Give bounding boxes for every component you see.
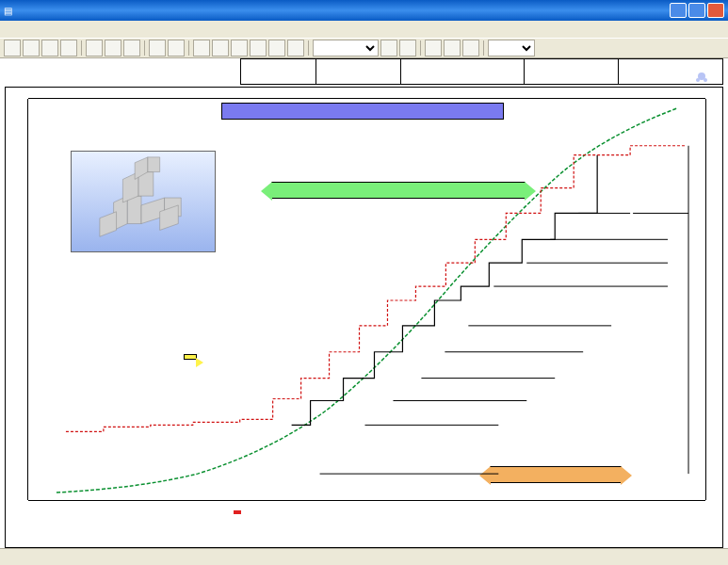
chart-plot[interactable] [28, 99, 705, 500]
info-strip [240, 58, 723, 85]
window-close-button[interactable] [707, 3, 724, 18]
time-axis [28, 88, 705, 99]
tb-help-icon[interactable] [462, 40, 479, 56]
tb-zoom-in-icon[interactable] [380, 40, 397, 56]
tb-refresh-icon[interactable] [444, 40, 461, 56]
svg-point-1 [696, 78, 700, 82]
status-bar [0, 548, 728, 565]
svg-marker-8 [148, 157, 160, 172]
tb-redo-icon[interactable] [168, 40, 185, 56]
event-axis [28, 500, 705, 547]
tb-cut-icon[interactable] [86, 40, 103, 56]
tb-search-icon[interactable] [425, 40, 442, 56]
toolbar [0, 38, 728, 58]
menubar [0, 21, 728, 38]
tb-open-icon[interactable] [23, 40, 40, 56]
tb-copy-icon[interactable] [105, 40, 121, 56]
note-noise [184, 354, 197, 360]
tb-rect-icon[interactable] [268, 40, 285, 56]
svg-marker-4 [127, 196, 141, 223]
right-scale [705, 99, 722, 500]
logo-icon [692, 72, 711, 85]
tb-zoom-out-icon[interactable] [399, 40, 416, 56]
tb-undo-icon[interactable] [149, 40, 166, 56]
banner-finish [490, 466, 622, 483]
banner-structure [271, 182, 526, 199]
tb-select-icon[interactable] [193, 40, 210, 56]
window-minimize-button[interactable] [670, 3, 687, 18]
tb-arrow-icon[interactable] [231, 40, 248, 56]
window-maximize-button[interactable] [688, 3, 705, 18]
content-area [0, 58, 728, 548]
banner-scaffolding [221, 103, 504, 120]
tb-link-icon[interactable] [250, 40, 267, 56]
tb-paste-icon[interactable] [123, 40, 140, 56]
tb-fill-icon[interactable] [287, 40, 304, 56]
row-axis [6, 99, 28, 500]
tb-text-icon[interactable] [212, 40, 229, 56]
svg-marker-11 [100, 212, 117, 237]
building-thumbnail [71, 151, 216, 252]
window-titlebar: ▤ [0, 0, 728, 21]
tb-new-icon[interactable] [4, 40, 21, 56]
tb-mode-select[interactable] [313, 40, 379, 56]
gantt-chart[interactable] [5, 87, 723, 548]
tb-print-icon[interactable] [60, 40, 77, 56]
tb-save-icon[interactable] [41, 40, 58, 56]
svg-point-2 [704, 78, 707, 82]
tb-combo-select[interactable] [488, 40, 535, 56]
